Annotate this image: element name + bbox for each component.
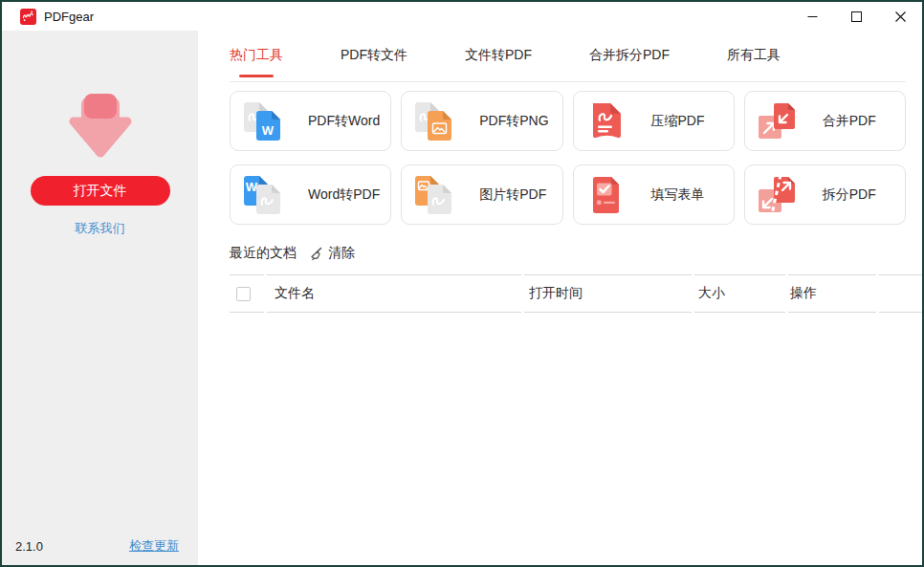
tab-pdf-to-file[interactable]: PDF转文件 [341,45,407,64]
open-file-button[interactable]: 打开文件 [31,176,170,206]
clear-recent-button[interactable]: 清除 [308,245,355,262]
tool-label: 拆分PDF [823,186,876,204]
header-filler-cell [879,274,922,313]
card-pdf-to-png[interactable]: PDF转PNG [401,91,562,151]
broom-icon [308,246,323,261]
split-pdf-icon [756,174,798,216]
pdf-to-word-icon: W [241,100,283,142]
word-to-pdf-icon: W [241,174,283,216]
merge-pdf-icon [756,100,798,142]
compress-pdf-icon [584,100,627,142]
close-icon[interactable] [878,2,922,31]
column-operations: 操作 [788,274,876,313]
tool-label: PDF转Word [308,113,380,130]
tab-hot-tools[interactable]: 热门工具 [230,45,283,64]
tool-label: 压缩PDF [651,113,705,130]
sidebar: 打开文件 联系我们 2.1.0 检查更新 [2,31,198,565]
app-title: PDFgear [44,10,94,24]
clear-label: 清除 [328,245,355,262]
tool-label: 填写表单 [651,186,705,204]
pdf-to-png-icon [412,100,454,142]
download-arrow-icon [64,94,137,166]
card-pdf-to-word[interactable]: W PDF转Word [230,91,391,151]
card-fill-forms[interactable]: 填写表单 [573,164,735,225]
tool-label: PDF转PNG [479,113,548,130]
sidebar-footer: 2.1.0 检查更新 [15,537,179,555]
header-checkbox-cell [230,274,264,313]
tool-label: 图片转PDF [479,186,546,204]
minimize-icon[interactable] [790,2,834,31]
tool-card-grid: W PDF转Word [230,91,906,225]
image-to-pdf-icon [412,174,454,216]
contact-us-link[interactable]: 联系我们 [76,220,125,237]
column-open-time: 打开时间 [524,274,692,313]
app-window: PDFgear 打开文件 联系我们 2.1.0 检查更新 [0,0,924,567]
tab-merge-split-pdf[interactable]: 合并拆分PDF [589,45,670,64]
check-update-link[interactable]: 检查更新 [129,537,179,555]
app-logo-icon [20,9,36,25]
tool-label: Word转PDF [308,186,380,204]
fill-forms-icon [584,174,627,216]
card-split-pdf[interactable]: 拆分PDF [744,164,906,225]
recent-documents-row: 最近的文档 清除 [230,245,906,262]
svg-text:W: W [262,123,275,138]
recent-files-table-header: 文件名 打开时间 大小 操作 [230,274,922,313]
maximize-icon[interactable] [834,2,878,31]
main-area: 热门工具 PDF转文件 文件转PDF 合并拆分PDF 所有工具 [198,31,922,565]
recent-documents-title: 最近的文档 [230,245,297,262]
title-bar: PDFgear [2,2,922,31]
column-filename: 文件名 [267,274,521,313]
card-compress-pdf[interactable]: 压缩PDF [573,91,735,151]
select-all-checkbox[interactable] [236,287,251,301]
card-image-to-pdf[interactable]: 图片转PDF [401,164,562,225]
window-controls [790,2,922,31]
tool-label: 合并PDF [823,113,876,130]
tab-file-to-pdf[interactable]: 文件转PDF [465,45,532,64]
version-label: 2.1.0 [15,539,43,554]
card-word-to-pdf[interactable]: W Word转PDF [230,164,391,225]
svg-text:W: W [246,180,258,194]
column-size: 大小 [694,274,785,313]
tool-tabs: 热门工具 PDF转文件 文件转PDF 合并拆分PDF 所有工具 [230,31,906,82]
tab-all-tools[interactable]: 所有工具 [727,45,781,64]
card-merge-pdf[interactable]: 合并PDF [744,91,906,151]
